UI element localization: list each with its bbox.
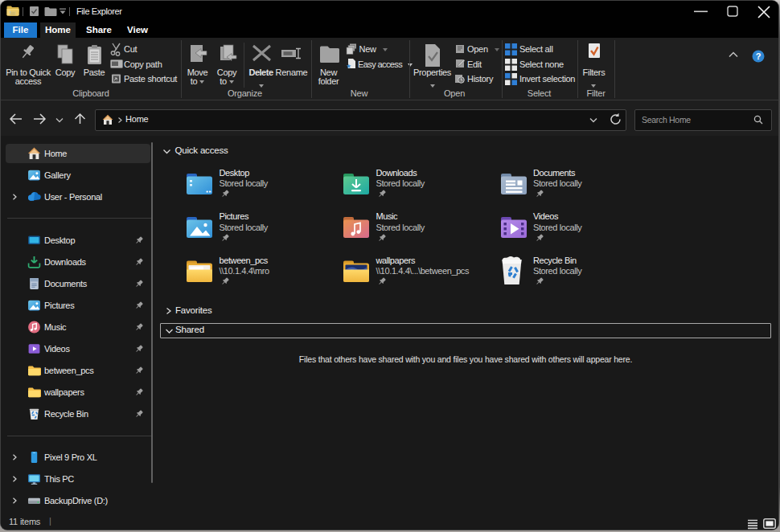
svg-text:?: ? bbox=[756, 51, 762, 61]
